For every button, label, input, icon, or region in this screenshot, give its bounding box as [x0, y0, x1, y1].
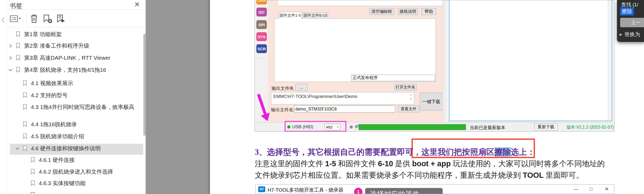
- help-button: 帮助: [421, 8, 436, 15]
- ip-status-dot: [350, 125, 353, 129]
- caret-down-icon: ▾: [19, 16, 21, 20]
- bookmark-item[interactable]: 第3章 高速DAP-LINK，RTT Viewer: [8, 54, 110, 62]
- expand-collapsed-icon[interactable]: [8, 42, 15, 48]
- expander-spacer: [15, 91, 22, 93]
- bookmark-item[interactable]: 4.6.2 脱机烧录进入和文件选择: [23, 168, 113, 175]
- text-segment: 和固件文件: [336, 159, 378, 168]
- heading-box-a: 这里我们把按照扇区: [421, 147, 495, 157]
- wiring-help-button: 接线说明: [398, 8, 418, 15]
- expander-spacer: [15, 120, 22, 122]
- output-name-label: 输出文件名:: [271, 107, 295, 113]
- heading-pre: 3、选择型号，其它根据自己的需要配置即可，: [255, 147, 421, 157]
- panel-scrollbar: [442, 0, 446, 122]
- minimize-icon: —: [570, 185, 582, 193]
- replace-label: 替换为: [624, 31, 640, 38]
- bookmark-icon: [30, 192, 36, 194]
- bookmark-item[interactable]: 4.3 1拖4并行同时烧写思路设备，效率极高: [15, 103, 136, 111]
- bookmarks-sidebar: 书签 ✕ ▾: [0, 0, 146, 194]
- bookmark-item-selected[interactable]: 4.6 硬件连接和按键操作说明: [15, 145, 101, 152]
- bookmark-label: 4.6.2 脱机烧录进入和文件选择: [39, 168, 113, 175]
- close-sidebar-icon[interactable]: ✕: [134, 1, 140, 9]
- doc-heading: 3、选择型号，其它根据自己的需要配置即可，这里我们把按照扇区擦除选上：: [255, 147, 535, 158]
- bookmark-item[interactable]: 第4章 脱机烧录，支持1拖4/1拖16: [8, 66, 106, 74]
- window-title: H7-TOOL多功能开发工具 - 烧录器: [268, 187, 343, 193]
- search-hit-highlight: 擦除: [495, 147, 511, 157]
- scr-icon: SCR: [256, 44, 267, 53]
- locate-bookmark-icon[interactable]: [56, 14, 66, 24]
- embedded-screenshot-window2: H7 H7-TOOL多功能开发工具 - 烧录器 1 选择对应的器件 — □ ✕: [255, 184, 614, 194]
- bookmark-icon: [15, 66, 21, 73]
- expand-expanded-icon[interactable]: [8, 66, 15, 72]
- bookmark-icon: [30, 168, 36, 175]
- expander-spacer: [23, 168, 30, 170]
- open-folder-button: 打开文件夹: [394, 84, 416, 90]
- bookmark-item[interactable]: 4.6.1 硬件连接: [23, 156, 75, 164]
- expander-spacer: [15, 132, 22, 134]
- tab-firmware-6-10: 固件文件6-10: [302, 13, 328, 19]
- divider: [7, 27, 146, 27]
- output-folder-browse-button: ...: [295, 84, 307, 91]
- bookmark-item[interactable]: 4.4 1拖16脱机烧录: [15, 120, 77, 128]
- firmware-table-box: [274, 18, 436, 82]
- expand-collapsed-icon[interactable]: [8, 54, 15, 60]
- expander-spacer: [23, 156, 30, 158]
- output-folder-path: EMMC\H7-TOOL\Programmer\User\Demo: [271, 92, 414, 104]
- bookmark-label: 第2章 准备工作和程序升级: [24, 42, 89, 49]
- toolbar-separator: [26, 14, 26, 25]
- add-bookmark-icon[interactable]: [42, 14, 53, 24]
- sys-icon: SYS: [256, 32, 267, 41]
- view-file-button: 查看文件: [398, 106, 419, 112]
- text-segment-bold: 6-10: [378, 159, 393, 168]
- version-text: 版本:V2.1.2 (2022-01-07): [567, 125, 614, 130]
- find-query-input[interactable]: 擦除: [620, 7, 634, 15]
- bookmark-item[interactable]: 4.5 脱机烧录功能介绍: [15, 132, 84, 140]
- bookmark-label: 4.4 1拖16脱机烧录: [31, 120, 77, 128]
- spi-icon: SPI: [256, 20, 267, 29]
- doc-body-line-3: 文件烧录到芯片相应位置。如果需要烧录多个不同功能程序，重新生成并烧录到 TOOL…: [255, 170, 584, 181]
- bookmark-icon: [22, 132, 28, 139]
- bookmark-icon: [22, 103, 28, 110]
- bookmark-item[interactable]: 4.6.3 实体按键功能: [23, 179, 86, 187]
- text-segment: 文件烧录到芯片相应位置。如果需要烧录多个不同功能程序，重新生成并烧录到: [255, 171, 523, 179]
- sidebar-scrollbar-thumb[interactable]: [143, 34, 146, 136]
- h7-logo-icon: H7: [258, 186, 265, 192]
- bookmark-icon: [22, 79, 28, 86]
- bookmark-icon: [22, 120, 28, 127]
- delete-bookmark-icon[interactable]: [29, 14, 39, 24]
- replace-expander[interactable]: ▶ 替换为: [620, 31, 640, 38]
- bookmark-icon: [15, 54, 21, 61]
- expand-expanded-icon[interactable]: [15, 145, 22, 151]
- bookmark-label: 4.3 1拖4并行同时烧写思路设备，效率极高: [31, 103, 136, 111]
- text-segment-bold: 1-5: [325, 159, 336, 168]
- one-click-download-button: 一键下载: [420, 93, 443, 110]
- redownload-button: 重新下载: [534, 123, 558, 131]
- log-panel: [449, 0, 612, 121]
- step-tooltip: 选择对应的器件: [365, 188, 443, 194]
- text-segment: 里面即可。: [544, 171, 583, 179]
- clear-edit-button: 清空编辑框: [369, 8, 394, 15]
- expander-spacer: [23, 179, 30, 181]
- bookmark-item[interactable]: 第1章 功能框架: [8, 30, 62, 38]
- bookmark-icon: [15, 42, 21, 49]
- find-panel: 查找 (1/ 擦除 上一 ▶ 替换为: [617, 0, 644, 42]
- triangle-right-icon: ▶: [620, 32, 622, 36]
- log-scrollbar: [608, 0, 611, 120]
- bookmark-label: 4.6 硬件连接和按键操作说明: [31, 145, 101, 152]
- close-icon: ✕: [601, 185, 613, 193]
- bookmark-options-icon[interactable]: [10, 14, 19, 23]
- bookmark-label: 第1章 功能框架: [24, 30, 62, 38]
- bookmark-item[interactable]: 4.2 支持的型号: [15, 91, 68, 99]
- expander-spacer: [15, 103, 22, 105]
- folder-spinner: ∧ ∨: [408, 93, 414, 103]
- bookmark-label: 4.1 视频效果展示: [31, 79, 73, 87]
- sidebar-gutter: [0, 0, 7, 194]
- bookmark-icon: [30, 156, 36, 163]
- upper-settings-box-partial: [277, 0, 443, 6]
- find-previous-button[interactable]: 上一: [620, 18, 644, 27]
- spinner-down-icon: ∨: [408, 97, 414, 101]
- bookmark-item[interactable]: 第2章 准备工作和程序升级: [8, 42, 89, 49]
- text-segment: 玩法使用的，大家可以同时将多个不同地址的: [451, 159, 605, 168]
- bookmark-item[interactable]: 4.1 视频效果展示: [15, 79, 73, 87]
- i2c-icon: I2C: [256, 8, 267, 16]
- collapse-panel-icon[interactable]: [1, 17, 5, 23]
